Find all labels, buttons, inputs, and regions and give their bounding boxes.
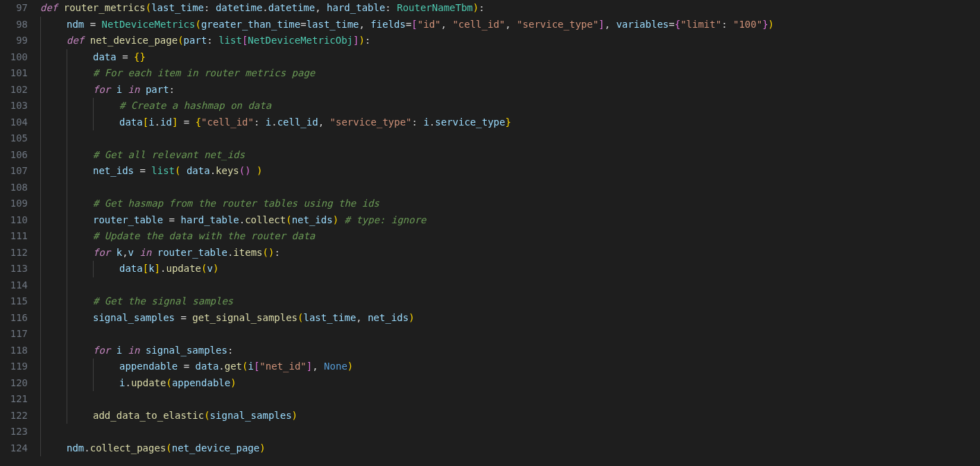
code-line[interactable]: data[i.id] = {"cell_id": i.cell_id, "ser… — [40, 114, 980, 131]
code-line[interactable]: ndm.collect_pages(net_device_page) — [40, 440, 980, 457]
code-line[interactable]: for i in signal_samples: — [40, 343, 980, 359]
token-param: fields — [370, 19, 406, 30]
code-line[interactable]: appendable = data.get(i["net_id"], None) — [40, 359, 980, 375]
code-line[interactable]: for k,v in router_table.items(): — [40, 245, 980, 261]
line-number: 99 — [0, 33, 28, 49]
code-line[interactable]: i.update(appendable) — [40, 375, 980, 392]
token-var: i — [266, 116, 271, 128]
code-content[interactable]: def router_metrics(last_time: datetime.d… — [40, 0, 980, 466]
token-op: : — [207, 35, 218, 46]
code-line[interactable]: # Get all relevant net_ids — [40, 147, 980, 164]
token-fn: get_signal_samples — [192, 312, 298, 323]
line-number: 122 — [0, 408, 28, 424]
token-pn: ( — [178, 35, 183, 46]
token-kw: in — [122, 345, 146, 356]
indent-guide — [40, 98, 67, 114]
token-pn2: ] — [307, 361, 312, 372]
indent-guide — [93, 261, 119, 277]
token-op: . — [239, 214, 245, 225]
token-cls: list — [151, 165, 175, 176]
token-op: = — [178, 116, 195, 128]
code-line[interactable]: data[k].update(v) — [40, 261, 980, 277]
indent-guide — [40, 391, 67, 408]
code-line[interactable] — [40, 391, 980, 408]
token-pn: [ — [143, 263, 148, 274]
line-number: 105 — [0, 130, 28, 147]
indent-guide — [67, 326, 93, 343]
token-op — [180, 165, 186, 176]
token-pn: ( — [195, 19, 200, 30]
code-line[interactable]: # Get the signal samples — [40, 293, 980, 310]
code-line[interactable] — [40, 180, 980, 196]
token-var: i — [248, 361, 253, 372]
token-pn: } — [505, 116, 510, 128]
token-var: data — [187, 165, 210, 176]
indent-guide — [40, 147, 67, 164]
token-fn: update — [131, 377, 166, 388]
code-line[interactable]: def net_device_page(part: list[NetDevice… — [40, 33, 980, 49]
indent-guide — [67, 375, 93, 392]
code-line[interactable]: # For each item in router metrics page — [40, 65, 980, 82]
code-line[interactable] — [40, 277, 980, 294]
indent-guide — [40, 359, 67, 375]
indent-guide — [40, 33, 67, 49]
token-op: , — [122, 247, 128, 258]
token-op — [338, 214, 344, 225]
line-number: 101 — [0, 65, 28, 82]
token-op: : — [365, 35, 370, 46]
code-line[interactable]: # Create a hashmap on data — [40, 98, 980, 114]
indent-guide — [40, 130, 67, 147]
token-var: last_time — [303, 312, 356, 323]
code-editor[interactable]: 9798991001011021031041051061071081091101… — [0, 0, 980, 466]
indent-guide — [67, 277, 93, 294]
code-line[interactable]: data = {} — [40, 49, 980, 66]
code-line[interactable]: ndm = NetDeviceMetrics(greater_than_time… — [40, 17, 980, 33]
token-pn: ) — [257, 165, 262, 176]
token-op: = — [117, 51, 134, 62]
token-op: : — [227, 345, 233, 356]
line-number: 118 — [0, 343, 28, 359]
token-op: : — [412, 116, 424, 128]
token-op: , — [605, 19, 617, 30]
indent-guide — [67, 82, 93, 98]
code-line[interactable] — [40, 130, 980, 147]
token-pn: ) — [292, 410, 298, 421]
indent-guide — [40, 310, 67, 327]
token-pn2: { — [675, 19, 680, 30]
indent-guide — [40, 82, 67, 98]
token-kw: for — [93, 247, 117, 258]
token-fn: collect — [245, 214, 286, 225]
indent-guide — [67, 196, 93, 212]
code-line[interactable] — [40, 326, 980, 343]
token-prop: cell_id — [277, 116, 318, 128]
token-var: i — [117, 84, 122, 95]
code-line[interactable]: add_data_to_elastic(signal_samples) — [40, 408, 980, 424]
token-op: = — [84, 19, 101, 30]
token-str: "service_type" — [330, 116, 412, 128]
indent-guide — [40, 212, 67, 229]
token-var: k — [148, 263, 154, 274]
code-line[interactable]: # Update the data with the router data — [40, 228, 980, 245]
token-op: = — [300, 19, 306, 30]
token-var: signal_samples — [210, 410, 292, 421]
indent-guide — [67, 343, 93, 359]
token-param: greater_than_time — [201, 19, 300, 30]
code-line[interactable]: router_table = hard_table.collect(net_id… — [40, 212, 980, 229]
code-line[interactable]: signal_samples = get_signal_samples(last… — [40, 310, 980, 327]
token-op: , — [312, 361, 324, 372]
code-line[interactable]: for i in part: — [40, 82, 980, 98]
token-op: , — [356, 312, 368, 323]
code-line[interactable] — [40, 424, 980, 440]
token-com: # type: ignore — [345, 214, 427, 225]
token-pn2: ) — [245, 165, 250, 176]
code-line[interactable]: net_ids = list( data.keys() ) — [40, 163, 980, 180]
indent-guide — [40, 261, 67, 277]
token-cls: list — [218, 35, 242, 46]
token-fn: net_device_page — [90, 35, 178, 46]
code-line[interactable]: def router_metrics(last_time: datetime.d… — [40, 0, 980, 17]
token-var: net_ids — [368, 312, 409, 323]
code-line[interactable]: # Get hasmap from the router tables usin… — [40, 196, 980, 212]
token-pn: } — [139, 51, 145, 62]
indent-guide — [40, 180, 67, 196]
indent-guide — [67, 245, 93, 261]
